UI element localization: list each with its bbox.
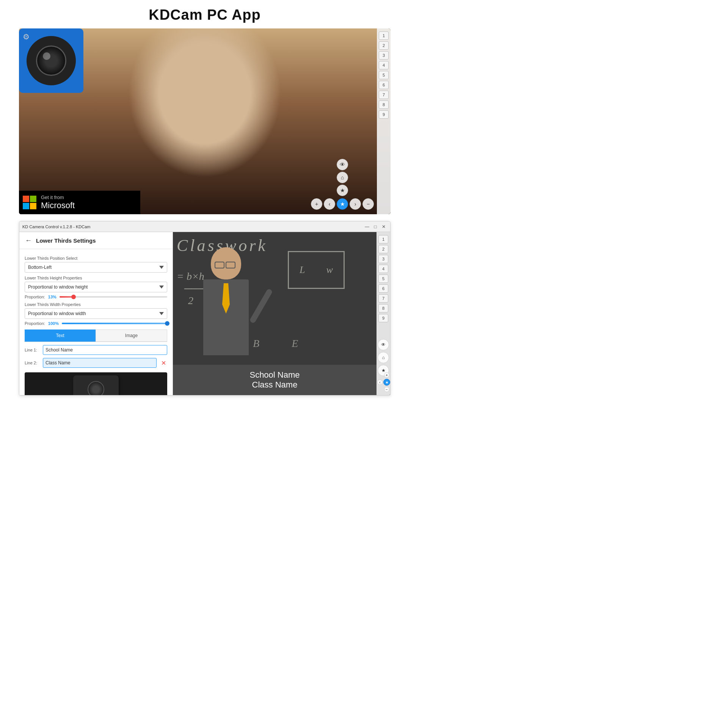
cam-plus-btn[interactable]: + (384, 372, 389, 378)
height-proportion-text: Proportion: (25, 295, 45, 299)
cam-sidebar-2[interactable]: 2 (378, 245, 388, 253)
teacher-figure (188, 247, 264, 372)
ms-get-it-from: Get it from (41, 195, 64, 200)
cam-left-btn[interactable]: ‹ (377, 380, 383, 385)
center-blue-btn[interactable]: ★ (337, 198, 348, 210)
top-camera-section: ⚙ Get it from Microsoft (19, 28, 391, 214)
sidebar-num-9[interactable]: 9 (379, 110, 389, 119)
width-label: Lower Thirds Width Properties (25, 302, 167, 307)
settings-gear-icon[interactable]: ⚙ (23, 32, 33, 43)
tabs-row: Text Image (25, 329, 167, 342)
teacher-body (203, 279, 249, 355)
cam-nav-controls: + ‹ ★ › − (377, 372, 390, 392)
tab-text[interactable]: Text (25, 329, 96, 342)
camera-view-panel: Classwork = b×h ─── 2 L w M B (173, 232, 390, 395)
width-slider-track[interactable] (62, 323, 167, 324)
camera-3d-model (73, 375, 119, 395)
tab-image[interactable]: Image (96, 329, 167, 342)
cam-sidebar-9[interactable]: 9 (378, 314, 388, 322)
cam-sidebar-5[interactable]: 5 (378, 275, 388, 283)
sidebar-num-4[interactable]: 4 (379, 61, 389, 69)
cam-sidebar-8[interactable]: 8 (378, 304, 388, 312)
minus-btn[interactable]: − (362, 198, 374, 210)
maximize-btn[interactable]: □ (372, 223, 379, 230)
chalk-E: E (292, 337, 298, 350)
sidebar-num-1[interactable]: 1 (379, 31, 389, 40)
glass-right (226, 262, 235, 268)
cam-sidebar-6[interactable]: 6 (378, 284, 388, 293)
height-proportion-pct: 13% (48, 295, 56, 299)
cam-minus-btn[interactable]: − (384, 387, 389, 392)
line1-input[interactable] (43, 345, 167, 355)
nav-controls: + ‹ ★ › − (311, 198, 374, 210)
sidebar-num-5[interactable]: 5 (379, 71, 389, 79)
width-slider-fill (62, 323, 167, 324)
position-label: Lower Thirds Position Select (25, 256, 167, 260)
lt-class-name: Class Name (180, 380, 369, 390)
plus-btn[interactable]: + (311, 198, 322, 210)
right-btn[interactable]: › (350, 198, 361, 210)
bottom-window: KD Camera Control v.1.2.8 - KDCam — □ ✕ … (19, 221, 391, 395)
window-titlebar: KD Camera Control v.1.2.8 - KDCam — □ ✕ (19, 221, 390, 232)
chalk-L: L (300, 264, 305, 276)
line1-label: Line 1: (25, 348, 40, 352)
glass-left (215, 262, 224, 268)
small-camera-preview: School Name Class Name (25, 372, 167, 395)
lower-thirds-overlay: School Name Class Name (173, 365, 377, 395)
top-icon-btns: 👁 ⌂ ★ (337, 159, 348, 196)
eye-icon-btn[interactable]: 👁 (337, 159, 348, 170)
left-btn[interactable]: ‹ (324, 198, 335, 210)
ms-badge-text: Get it from Microsoft (41, 195, 75, 210)
window-controls: — □ ✕ (364, 223, 387, 230)
window-title: KD Camera Control v.1.2.8 - KDCam (22, 224, 91, 229)
height-slider-thumb[interactable] (71, 295, 76, 299)
settings-body: Lower Thirds Position Select Bottom-Left… (19, 249, 173, 395)
panel-title: Lower Thirds Settings (36, 237, 96, 244)
width-proportion-text: Proportion: (25, 321, 45, 326)
sidebar-num-7[interactable]: 7 (379, 91, 389, 99)
microsoft-badge[interactable]: Get it from Microsoft (19, 191, 140, 214)
position-select[interactable]: Bottom-Left (25, 262, 167, 273)
width-slider-thumb[interactable] (165, 321, 169, 326)
line1-row: Line 1: (25, 345, 167, 355)
microsoft-logo (23, 196, 36, 209)
width-select[interactable]: Proportional to window width (25, 308, 167, 319)
teacher-head (211, 247, 241, 279)
star-icon-btn[interactable]: ★ (337, 185, 348, 196)
height-proportion-row: Proportion: 13% (25, 295, 167, 299)
bottom-content-area: ← Lower Thirds Settings Lower Thirds Pos… (19, 232, 390, 395)
back-button[interactable]: ← (24, 236, 33, 245)
lt-school-name: School Name (180, 370, 369, 380)
height-slider-track[interactable] (60, 296, 167, 298)
sidebar-num-2[interactable]: 2 (379, 41, 389, 50)
cam-sidebar-7[interactable]: 7 (378, 294, 388, 303)
ms-logo-green (30, 196, 36, 202)
sidebar-num-8[interactable]: 8 (379, 100, 389, 109)
cam-center-btn[interactable]: ★ (383, 379, 390, 386)
line2-label: Line 2: (25, 361, 40, 365)
minimize-btn[interactable]: — (364, 223, 370, 230)
ms-logo-blue (23, 203, 29, 209)
teacher-glasses (215, 262, 235, 268)
chalkboard-bg: Classwork = b×h ─── 2 L w M B (173, 232, 390, 395)
line2-clear-btn[interactable]: ✕ (160, 359, 167, 367)
sidebar-num-6[interactable]: 6 (379, 81, 389, 89)
cam-sidebar-1[interactable]: 1 (378, 235, 388, 243)
line2-input[interactable] (43, 358, 157, 368)
height-select[interactable]: Proportional to window height (25, 282, 167, 292)
chalk-rect: L w (288, 251, 345, 289)
home-icon-btn[interactable]: ⌂ (337, 172, 348, 183)
cam-home-btn[interactable]: ⌂ (378, 352, 389, 363)
width-proportion-pct: 100% (48, 321, 59, 326)
ms-logo-yellow (30, 203, 36, 209)
sidebar-num-3[interactable]: 3 (379, 51, 389, 60)
camera-lens-outer (27, 36, 76, 85)
camera-lens (36, 46, 66, 76)
teacher-tie (222, 283, 230, 314)
cam-sidebar-4[interactable]: 4 (378, 265, 388, 273)
cam-sidebar-3[interactable]: 3 (378, 255, 388, 263)
cam-eye-btn[interactable]: 👁 (378, 339, 389, 350)
page-title: KDCam PC App (149, 0, 261, 28)
ms-logo-red (23, 196, 29, 202)
close-btn[interactable]: ✕ (380, 223, 387, 230)
